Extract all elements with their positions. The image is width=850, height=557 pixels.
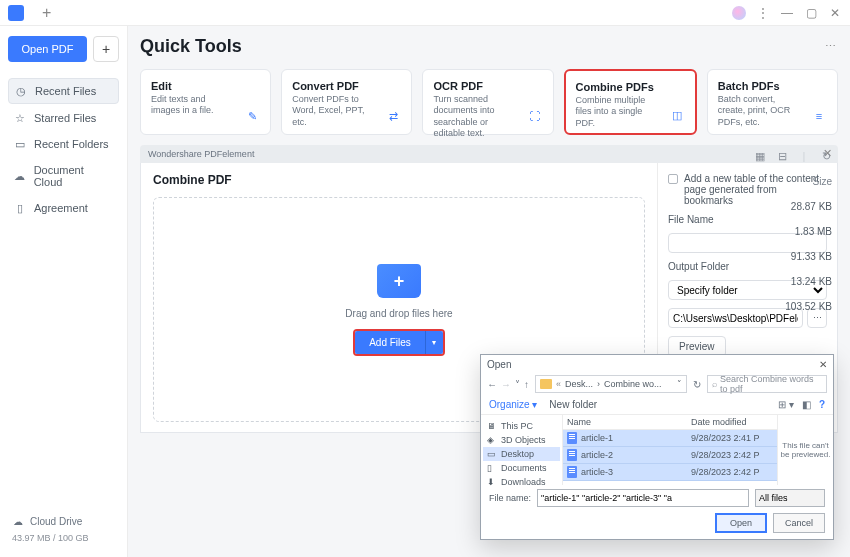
dialog-search-input[interactable]: ⌕ Search Combine words to pdf	[707, 375, 827, 393]
column-name[interactable]: Name	[567, 417, 691, 427]
tool-card-ocr[interactable]: OCR PDF Turn scanned documents into sear…	[422, 69, 553, 135]
calendar-icon[interactable]: ⊟	[776, 150, 788, 162]
folder-tree: 🖥 This PC ◈ 3D Objects ▭ Desktop ▯ Docum…	[481, 415, 563, 485]
open-pdf-button[interactable]: Open PDF	[8, 36, 87, 62]
file-size: 28.87 KB	[785, 201, 832, 212]
file-date: 9/28/2023 2:41 P	[691, 433, 773, 443]
chevron-down-icon[interactable]: ˅	[515, 379, 520, 390]
edit-icon: ✎	[242, 106, 262, 126]
file-size: 1.83 MB	[785, 226, 832, 237]
sidebar-nav: ◷ Recent Files ☆ Starred Files ▭ Recent …	[8, 78, 119, 220]
preview-pane-icon[interactable]: ◧	[802, 399, 811, 410]
open-button[interactable]: Open	[715, 513, 767, 533]
column-date[interactable]: Date modified	[691, 417, 773, 427]
organize-menu[interactable]: Organize ▾	[489, 399, 537, 410]
file-row[interactable]: article-2 9/28/2023 2:42 P	[563, 447, 777, 464]
tool-card-combine[interactable]: Combine PDFs Combine multiple files into…	[564, 69, 697, 135]
view-options-icon[interactable]: ⊞ ▾	[778, 399, 794, 410]
nav-forward-icon[interactable]: →	[501, 379, 511, 390]
cloud-drive-link[interactable]: ☁ Cloud Drive	[8, 511, 119, 531]
tool-card-convert[interactable]: Convert PDF Convert PDFs to Word, Excel,…	[281, 69, 412, 135]
close-icon[interactable]: ✕	[828, 6, 842, 20]
document-icon	[567, 466, 577, 478]
file-name: article-2	[581, 450, 687, 460]
folder-icon	[540, 379, 552, 389]
path-breadcrumb[interactable]: « Desk... › Combine wo... ˅	[535, 375, 687, 393]
view-toolbar: ▦ ⊟ | ↻	[754, 150, 832, 162]
filetype-filter[interactable]	[755, 489, 825, 507]
maximize-icon[interactable]: ▢	[804, 6, 818, 20]
preview-pane: This file can't be previewed.	[777, 415, 833, 485]
file-size: 13.24 KB	[785, 276, 832, 287]
tool-title: Batch PDFs	[718, 80, 827, 92]
sidebar-item-label: Recent Files	[35, 85, 96, 97]
tool-title: Combine PDFs	[576, 81, 685, 93]
nav-up-icon[interactable]: ↑	[524, 379, 529, 390]
combine-icon: ◫	[667, 105, 687, 125]
sidebar-item-agreement[interactable]: ▯ Agreement	[8, 196, 119, 220]
file-row[interactable]: article-1 9/28/2023 2:41 P	[563, 430, 777, 447]
file-date: 9/28/2023 2:42 P	[691, 467, 773, 477]
dialog-title: Open	[487, 359, 511, 370]
grid-view-icon[interactable]: ▦	[754, 150, 766, 162]
refresh-icon[interactable]: ↻	[820, 150, 832, 162]
path-segment[interactable]: Combine wo...	[604, 379, 662, 389]
document-icon	[567, 432, 577, 444]
sidebar-item-recent-files[interactable]: ◷ Recent Files	[8, 78, 119, 104]
more-menu-icon[interactable]: ⋯	[825, 40, 838, 53]
add-files-dropdown[interactable]: ▾	[425, 331, 443, 354]
tree-item-desktop[interactable]: ▭ Desktop	[483, 447, 560, 461]
new-tab-button[interactable]: +	[42, 5, 51, 21]
sidebar-item-document-cloud[interactable]: ☁ Document Cloud	[8, 158, 119, 194]
app-icon	[8, 5, 24, 21]
tool-title: Convert PDF	[292, 80, 401, 92]
open-file-dialog: Open ✕ ← → ˅ ↑ « Desk... › Combine wo...…	[480, 354, 834, 540]
path-segment[interactable]: Desk...	[565, 379, 593, 389]
cloud-icon: ☁	[12, 515, 24, 527]
new-folder-button[interactable]: New folder	[549, 399, 597, 410]
file-name: article-3	[581, 467, 687, 477]
help-icon[interactable]: ?	[819, 399, 825, 410]
tool-sub: Edit texts and images in a file.	[151, 94, 236, 117]
sidebar-item-label: Starred Files	[34, 112, 96, 124]
combine-title: Combine PDF	[153, 173, 645, 187]
file-list: Name Date modified article-1 9/28/2023 2…	[563, 415, 777, 485]
tool-title: Edit	[151, 80, 260, 92]
add-files-button[interactable]: Add Files	[355, 331, 425, 354]
minimize-icon[interactable]: —	[780, 6, 794, 20]
dialog-close-icon[interactable]: ✕	[819, 359, 827, 370]
quick-tools-row: Edit Edit texts and images in a file. ✎ …	[140, 69, 838, 135]
sidebar: Open PDF + ◷ Recent Files ☆ Starred File…	[0, 26, 128, 557]
folder-icon: ▭	[14, 138, 26, 150]
filename-input[interactable]	[537, 489, 749, 507]
sidebar-item-recent-folders[interactable]: ▭ Recent Folders	[8, 132, 119, 156]
tree-item-documents[interactable]: ▯ Documents	[483, 461, 560, 475]
tree-item-3d-objects[interactable]: ◈ 3D Objects	[483, 433, 560, 447]
sidebar-item-starred-files[interactable]: ☆ Starred Files	[8, 106, 119, 130]
new-file-button[interactable]: +	[93, 36, 119, 62]
file-size: 91.33 KB	[785, 251, 832, 262]
modal-brand: Wondershare PDFelement	[148, 149, 254, 159]
nav-back-icon[interactable]: ←	[487, 379, 497, 390]
ai-assistant-icon[interactable]	[732, 6, 746, 20]
cancel-button[interactable]: Cancel	[773, 513, 825, 533]
tree-item-this-pc[interactable]: 🖥 This PC	[483, 419, 560, 433]
tool-sub: Combine multiple files into a single PDF…	[576, 95, 661, 129]
clock-icon: ◷	[15, 85, 27, 97]
kebab-icon[interactable]: ⋮	[756, 6, 770, 20]
dialog-titlebar: Open ✕	[481, 355, 833, 373]
file-row[interactable]: article-3 9/28/2023 2:42 P	[563, 464, 777, 481]
pc-icon: 🖥	[487, 421, 497, 431]
search-placeholder: Search Combine words to pdf	[720, 374, 822, 394]
documents-icon: ▯	[487, 463, 497, 473]
output-folder-input[interactable]	[668, 308, 803, 328]
refresh-icon[interactable]: ↻	[693, 379, 701, 390]
ocr-icon: ⛶	[525, 106, 545, 126]
toc-checkbox[interactable]	[668, 174, 678, 184]
tool-card-batch[interactable]: Batch PDFs Batch convert, create, print,…	[707, 69, 838, 135]
tool-sub: Turn scanned documents into searchable o…	[433, 94, 518, 139]
storage-quota: 43.97 MB / 100 GB	[8, 533, 119, 547]
tool-card-edit[interactable]: Edit Edit texts and images in a file. ✎	[140, 69, 271, 135]
sidebar-item-label: Document Cloud	[34, 164, 113, 188]
tool-sub: Batch convert, create, print, OCR PDFs, …	[718, 94, 803, 128]
